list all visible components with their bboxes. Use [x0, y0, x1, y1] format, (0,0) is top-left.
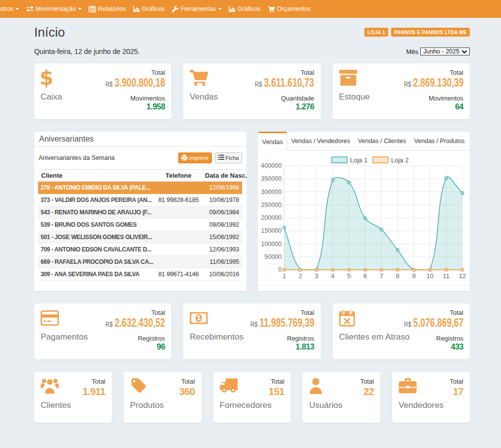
total-value: 11.985.769,39	[259, 316, 314, 329]
print-button[interactable]: Imprimir	[178, 152, 212, 163]
total-value: 3.900.800,18	[114, 76, 165, 89]
total-value: 2.632.430,52	[114, 316, 165, 329]
total-label: Total	[385, 308, 463, 317]
stat-cards-row-1: $ Caixa Total R$3.900.800,18 Movimentos …	[34, 63, 470, 119]
card-values: Total R$3.900.800,18 Movimentos 1.958	[87, 68, 165, 111]
birthday-row[interactable]: 309 - ANA SEVERINA PAES DA SILVA 81 9967…	[38, 268, 242, 281]
data-point-loja-1[interactable]	[380, 228, 382, 231]
data-point-loja-2[interactable]	[348, 268, 350, 271]
caret-down-icon	[78, 8, 82, 10]
data-point-loja-2[interactable]	[315, 268, 317, 271]
printer-icon	[181, 154, 188, 162]
data-point-loja-2[interactable]	[299, 268, 301, 271]
birthdate-cell: 09/06/1984	[202, 206, 242, 219]
column-header-phone[interactable]: Telefone	[155, 170, 202, 182]
total-label: Total	[83, 378, 105, 386]
birthdate-cell: 12/06/1966	[202, 182, 242, 194]
birthdays-subtitle: Aniversariantes da Semana	[39, 154, 115, 161]
total-label: Total	[236, 68, 314, 77]
birthday-row[interactable]: 373 - VALDIR DOS ANJOS PEREIRA (AN... 81…	[38, 194, 242, 206]
birthdays-toolbar: Aniversariantes da Semana Imprimir Ficha	[34, 147, 247, 169]
month-label: Mês	[406, 48, 418, 55]
card-values: Total 22	[360, 378, 374, 398]
current-date: Quinta-feira, 12 de junho de 2025.	[34, 48, 140, 55]
tab-vendas-vendedores[interactable]: Vendas / Vendedores	[287, 132, 354, 150]
legend-box-loja-1[interactable]	[332, 157, 347, 163]
birthday-row[interactable]: 278 - ANTONIO EMIDIO DA SILVA (PALE... 1…	[38, 182, 242, 194]
legend-box-loja-2[interactable]	[373, 157, 388, 163]
stat-card-vendas: Vendas Total R$3.611.610,73 Quantidade 1…	[183, 63, 320, 119]
total-value: 5.076.869,67	[413, 316, 463, 329]
column-header-birthdate[interactable]: Data de Nasc.	[202, 170, 242, 182]
birthday-row[interactable]: 709 - ANTONIO EDSON CAVALCANTE D... 12/0…	[38, 244, 242, 256]
data-point-loja-2[interactable]	[380, 268, 382, 271]
data-point-loja-2[interactable]	[396, 268, 399, 271]
count-value: 1.276	[236, 102, 314, 111]
data-point-loja-1[interactable]	[461, 192, 463, 194]
data-point-loja-1[interactable]	[363, 217, 366, 219]
series-area-loja-1	[284, 177, 462, 270]
birthdays-panel-title: Aniversariantes	[34, 132, 247, 147]
count-label: Registros	[230, 334, 314, 343]
tab-vendas-produtos[interactable]: Vendas / Produtos	[410, 132, 468, 150]
x-axis-tick-label: 11	[443, 272, 450, 280]
chevron-down-icon	[462, 50, 467, 54]
briefcase-icon	[399, 378, 417, 396]
data-point-loja-1[interactable]	[445, 177, 447, 179]
data-point-loja-2[interactable]	[445, 268, 447, 271]
total-row: R$5.076.869,67	[404, 317, 463, 330]
total-label: Total	[87, 68, 165, 77]
nav-item-movimentacao[interactable]: Movimentação	[23, 5, 85, 12]
data-point-loja-2[interactable]	[363, 268, 366, 271]
company-badge[interactable]: PANNOS E PANNOS LTDA ME	[391, 28, 470, 37]
legend-label[interactable]: Loja 2	[391, 156, 408, 164]
small-cards-row: Clientes Total 1.911 Produtos Total 360 …	[34, 372, 470, 423]
tab-vendas-clientes[interactable]: Vendas / Clientes	[354, 132, 410, 150]
data-point-loja-1[interactable]	[348, 181, 350, 184]
phone-cell	[155, 219, 202, 231]
birthday-row[interactable]: 501 - JOSE WELISSON GOMES OLIVEIR... 15/…	[38, 231, 242, 244]
nav-item-orcamentos[interactable]: Orçamentos	[264, 5, 314, 12]
card-values: Total 151	[269, 378, 285, 398]
store-badge[interactable]: LOJA 1	[364, 28, 388, 37]
total-label: Total	[450, 378, 463, 386]
nav-item-graficos-1[interactable]: Gráficos	[130, 5, 169, 12]
count-value: 1.813	[230, 343, 314, 351]
card-values: Total R$2.632.430,52 Registros 96	[87, 308, 165, 351]
small-card-clientes: Clientes Total 1.911	[34, 372, 112, 423]
data-point-loja-1[interactable]	[396, 249, 399, 251]
caret-down-icon	[15, 8, 19, 10]
column-header-client[interactable]: Cliente	[38, 170, 155, 182]
birthday-row[interactable]: 669 - RAFAELA PROCOPIO DA SILVA CA... 11…	[38, 256, 242, 268]
data-point-loja-2[interactable]	[283, 268, 285, 271]
nav-item-cadastros[interactable]: Cadastros	[0, 5, 23, 12]
sales-chart-panel: Vendas Vendas / Vendedores Vendas / Clie…	[258, 132, 470, 291]
data-point-loja-2[interactable]	[461, 268, 463, 271]
ficha-button[interactable]: Ficha	[215, 152, 242, 163]
legend-label[interactable]: Loja 1	[350, 156, 367, 164]
total-row: R$2.869.130,39	[404, 77, 463, 90]
nav-item-label: Gráficos	[142, 5, 165, 12]
data-point-loja-2[interactable]	[331, 268, 334, 271]
birthday-row[interactable]: 539 - BRUNO DOS SANTOS GOMES 09/06/1992	[38, 219, 242, 231]
data-point-loja-1[interactable]	[283, 226, 285, 229]
currency-prefix: R$	[404, 320, 411, 328]
data-point-loja-1[interactable]	[331, 179, 334, 181]
phone-cell: 81 99828-6185	[155, 194, 202, 206]
month-select[interactable]: Junho - 2025	[420, 48, 470, 55]
nav-item-relatorios[interactable]: Relatórios	[85, 5, 129, 12]
card-values: Total R$3.611.610,73 Quantidade 1.276	[236, 68, 314, 111]
data-point-loja-2[interactable]	[428, 268, 431, 271]
y-axis-tick-label: 50000	[264, 253, 282, 260]
archive-icon	[339, 69, 357, 88]
client-cell: 373 - VALDIR DOS ANJOS PEREIRA (AN...	[38, 194, 155, 206]
nav-item-graficos-2[interactable]: Gráficos	[225, 5, 264, 12]
stat-card-estoque: Estoque Total R$2.869.130,39 Movimentos …	[333, 63, 470, 119]
x-axis-tick-label: 9	[412, 272, 415, 280]
birthday-row[interactable]: 543 - RENATO MARINHO DE ARAUJO (F... 09/…	[38, 206, 242, 219]
tab-vendas[interactable]: Vendas	[258, 132, 288, 150]
nav-item-ferramentas[interactable]: Ferramentas	[168, 5, 225, 12]
count-value: 64	[385, 102, 463, 111]
total-row: R$3.900.800,18	[105, 77, 165, 90]
data-point-loja-2[interactable]	[412, 268, 415, 271]
